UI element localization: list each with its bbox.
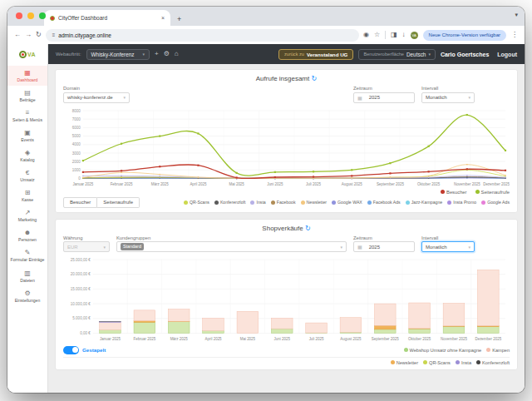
bookmark-star-icon[interactable]: ☆: [374, 32, 380, 38]
maximize-window-icon[interactable]: [39, 12, 46, 19]
zeitraum-input[interactable]: ▦ 2025: [353, 92, 415, 103]
sidebar-item-formular-eintr-ge[interactable]: ✎Formular Einträge: [7, 246, 47, 266]
series-button-besucher[interactable]: Besucher: [63, 197, 97, 208]
legend-item-jazz-kampagne[interactable]: Jazz-Kampagne: [406, 200, 443, 205]
reload-button[interactable]: ↻: [36, 32, 42, 38]
waehrung-select[interactable]: EUR ▾: [63, 241, 110, 252]
legend-label: Seitenaufrufe: [481, 190, 510, 195]
svg-text:1000: 1000: [72, 167, 81, 171]
user-name[interactable]: Carlo Goertsches: [441, 52, 489, 57]
tab-search-chevron-icon[interactable]: ▾: [515, 12, 518, 18]
svg-text:Januar 2025: Januar 2025: [72, 182, 93, 186]
legend-item-google-wax[interactable]: Google WAX: [332, 200, 362, 205]
legend-item-facebook[interactable]: Facebook: [271, 200, 296, 205]
sidebar-item-dateien[interactable]: ▥Dateien: [7, 266, 47, 286]
legend-dot-icon: [184, 200, 188, 205]
legend-item-insta[interactable]: Insta: [250, 200, 265, 205]
logout-button[interactable]: Logout: [497, 52, 517, 57]
kundengruppe-chip[interactable]: Standard: [121, 243, 144, 250]
legend-item-kampen[interactable]: Kampen: [486, 348, 510, 353]
legend-item-newsletter[interactable]: Newsletter: [301, 200, 328, 205]
legend-dot-icon: [332, 200, 336, 205]
sidebar-item-events[interactable]: ▣Events: [7, 126, 47, 146]
sidebar-item-personen[interactable]: ☻Personen: [7, 226, 47, 246]
legend-dot-icon: [476, 360, 480, 364]
sidebar-item-label: Beiträge: [20, 97, 36, 102]
sidebar-item-umsatz[interactable]: €Umsatz: [7, 166, 47, 186]
sidebar-nav: ▦Dashboard▤Beiträge≡Seiten & Menüs▣Event…: [7, 64, 48, 393]
legend-item-newsletter[interactable]: Newsletter: [391, 360, 418, 365]
refresh-icon[interactable]: ↻: [312, 75, 318, 82]
shop-bar-chart[interactable]: 0,00 €5.000,00 €10.000,00 €15.000,00 €20…: [63, 255, 510, 344]
series-toggle-buttons: BesucherSeitenaufrufe: [63, 197, 140, 208]
shop-legend-row1: Webshop Umsatz ohne KampagneKampen: [404, 348, 510, 353]
kundengruppen-select[interactable]: Standard ▾: [116, 241, 347, 252]
sidebar-item-label: Kasse: [22, 197, 33, 202]
legend-item-seitenaufrufe[interactable]: Seitenaufrufe: [475, 190, 510, 195]
svg-text:5.000,00 €: 5.000,00 €: [72, 317, 91, 321]
back-to-account-button[interactable]: zurück zu Veranstaland UG: [278, 49, 353, 60]
toolbar-divider: [385, 31, 386, 39]
legend-item-besucher[interactable]: Besucher: [441, 190, 467, 195]
tab-strip: CityOffer Dashboard × + ▾: [7, 7, 525, 26]
site-settings-icon[interactable]: ≡: [52, 32, 56, 37]
gestapelt-toggle[interactable]: [63, 346, 79, 354]
zeitraum-input[interactable]: ▦ 2025: [353, 241, 415, 252]
website-select[interactable]: Whisky-Konferenz ▾: [86, 49, 150, 60]
chrome-update-button[interactable]: Neue Chrome-Version verfügbar: [423, 30, 506, 41]
legend-item-qr-scans[interactable]: QR-Scans: [184, 200, 209, 205]
legend-item-facebook-ads[interactable]: Facebook Ads: [367, 200, 401, 205]
legend-item-insta-promo[interactable]: Insta Promo: [447, 200, 476, 205]
minimize-window-icon[interactable]: [27, 12, 34, 19]
sidebar-item-label: Personen: [18, 237, 37, 242]
tab-favicon: [50, 16, 55, 21]
civa-logo[interactable]: VA: [7, 44, 48, 64]
tab-close-icon[interactable]: ×: [161, 15, 165, 21]
refresh-icon[interactable]: ↻: [305, 225, 311, 232]
sidebar-item-seiten-men-s[interactable]: ≡Seiten & Menüs: [7, 106, 47, 126]
sidebar-item-marketing[interactable]: ↗Marketing: [7, 206, 47, 226]
legend-item-konferenzloft[interactable]: Konferenzloft: [214, 200, 246, 205]
chevron-down-icon: ▾: [123, 95, 126, 100]
back-button[interactable]: ←: [14, 32, 21, 38]
intervall-select[interactable]: Monatlich ▾: [421, 241, 475, 252]
svg-text:Juli 2025: Juli 2025: [309, 338, 324, 342]
intervall-select[interactable]: Monatlich ▾: [421, 92, 475, 103]
sidebar-item-beitr-ge[interactable]: ▤Beiträge: [7, 86, 47, 106]
chevron-down-icon: ▾: [142, 52, 145, 57]
add-website-button[interactable]: +: [155, 51, 159, 57]
new-tab-button[interactable]: +: [177, 15, 181, 23]
views-line-chart[interactable]: 010002000300040005000600070008000Januar …: [63, 106, 510, 189]
sidebar-item-label: Events: [21, 137, 34, 142]
sidebar-item-dashboard[interactable]: ▦Dashboard: [7, 66, 47, 86]
browser-menu-icon[interactable]: ⋮: [511, 32, 518, 38]
url-bar[interactable]: ≡ admin.citypage.online: [46, 29, 359, 42]
legend-item-qr-scans[interactable]: QR-Scans: [423, 360, 451, 365]
sidebar-item-katalog[interactable]: ◈Katalog: [7, 146, 47, 166]
browser-tab[interactable]: CityOffer Dashboard ×: [44, 10, 170, 26]
legend-item-google-ads[interactable]: Google Ads: [481, 200, 510, 205]
profile-avatar[interactable]: VA: [411, 32, 418, 39]
sidebar-item-einstellungen[interactable]: ⚙Einstellungen: [7, 286, 47, 306]
site-settings-gear-icon[interactable]: ⚙: [164, 51, 170, 57]
forward-button[interactable]: →: [25, 32, 32, 38]
side-panel-icon[interactable]: ◨: [391, 32, 397, 38]
sidebar-item-kasse[interactable]: ⊞Kasse: [7, 186, 47, 206]
domain-label: Domain: [63, 86, 130, 91]
legend-label: Insta: [461, 360, 471, 365]
legend-dot-icon: [271, 200, 275, 205]
legend-item-konferenzloft[interactable]: Konferenzloft: [476, 360, 510, 365]
pages-menus-icon: ≡: [26, 110, 30, 116]
legend-dot-icon: [404, 348, 408, 352]
series-button-seitenaufrufe[interactable]: Seitenaufrufe: [97, 197, 140, 208]
domain-select[interactable]: whisky-konferenz.de ▾: [63, 92, 130, 103]
legend-dot-icon: [441, 190, 445, 194]
legend-item-insta[interactable]: Insta: [456, 360, 471, 365]
passkey-icon[interactable]: ◉: [363, 32, 369, 38]
download-icon[interactable]: ↓: [402, 32, 406, 38]
close-window-icon[interactable]: [16, 12, 22, 19]
language-select[interactable]: Benutzeroberfläche Deutsch ▾: [358, 49, 435, 60]
views-mini-legend: BesucherSeitenaufrufe: [63, 190, 510, 195]
home-icon[interactable]: ⌂: [175, 51, 179, 57]
legend-item-webshop-umsatz-ohne-kampagne[interactable]: Webshop Umsatz ohne Kampagne: [404, 348, 482, 353]
